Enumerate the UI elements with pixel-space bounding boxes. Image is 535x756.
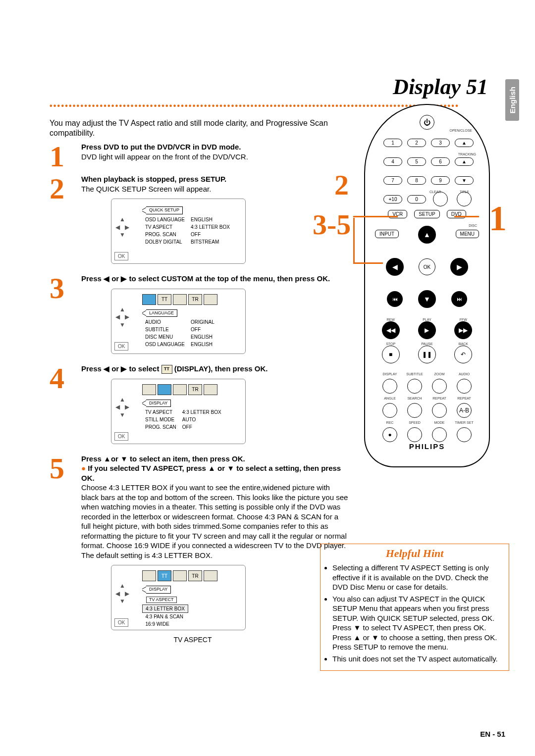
step-number: 3 (50, 276, 74, 301)
step-number: 5 (50, 456, 74, 481)
remote-btn-0[interactable]: 0 (407, 195, 426, 203)
remote-btn-setup[interactable]: SETUP (414, 210, 439, 218)
remote-btn-ab[interactable]: A-B (457, 403, 472, 418)
remote-control: ⏻ OPEN/CLOSE 1 2 3 ▲ 4 5 6 ▲ 7 8 9 ▼ +10… (364, 104, 490, 467)
page-footer: EN - 51 (480, 730, 505, 738)
step-2-body: The QUICK SETUP Screen will appear. (81, 185, 211, 193)
remote-btn-input[interactable]: INPUT (375, 230, 399, 238)
remote-btn-5[interactable]: 5 (407, 157, 426, 166)
remote-btn-3[interactable]: 3 (431, 139, 450, 147)
remote-btn-subtitle[interactable] (407, 379, 422, 394)
osd-ok-label: OK (114, 252, 128, 260)
osd-tv-aspect: ▲◀ ▶▼ OK TT TR DISPLAY TV ASPECT 4:3 LET… (111, 565, 246, 630)
hint-item: Selecting a different TV ASPECT Setting … (332, 563, 504, 592)
osd-caption: TV ASPECT (111, 635, 274, 644)
remote-btn-rec[interactable]: ● (382, 427, 397, 442)
osd-display: ▲◀ ▶▼ OK TR DISPLAY TV ASPECT4:3 LETTER … (111, 379, 246, 444)
page-title: Display 51 (50, 74, 488, 100)
remote-btn-display[interactable] (382, 379, 397, 394)
hint-item: You also can adjust TV ASPECT in the QUI… (332, 594, 504, 652)
remote-btn-track-up[interactable]: ▲ (455, 157, 474, 166)
remote-dpad: INPUT MENU DISC ▲ ◀ ▶ ▼ OK ⏮ ⏭ (385, 225, 469, 309)
step-5-default: The default setting is 4:3 LETTER BOX. (81, 551, 213, 559)
step-5-head: Press ▲or ▼ to select an item, then pres… (81, 454, 245, 463)
step-number: 1 (50, 144, 74, 169)
remote-btn-speed[interactable] (407, 427, 422, 442)
intro-text: You may adjust the TV Aspect ratio and s… (50, 118, 357, 138)
step-5-body: Choose 4:3 LETTER BOX if you want to see… (81, 483, 348, 550)
remote-btn-title[interactable] (457, 192, 472, 206)
osd-language: ▲◀ ▶▼ OK TT TR LANGUAGE AUDIOORIGINAL SU… (111, 289, 246, 354)
osd-nav-icon: ▲◀ ▶▼ (115, 216, 129, 239)
remote-btn-pause[interactable]: ❚❚ (418, 346, 436, 363)
step-number: 2 (50, 176, 74, 202)
remote-btn-1[interactable]: 1 (383, 139, 402, 147)
remote-btn-7[interactable]: 7 (383, 176, 402, 185)
power-icon[interactable]: ⏻ (420, 115, 434, 130)
brand-label: PHILIPS (365, 442, 489, 451)
remote-skip-back-icon[interactable]: ⏮ (387, 291, 403, 307)
remote-btn-6[interactable]: 6 (431, 157, 450, 166)
remote-btn-mode[interactable] (432, 427, 447, 442)
remote-skip-fwd-icon[interactable]: ⏭ (451, 291, 467, 307)
remote-btn-4[interactable]: 4 (383, 157, 402, 166)
remote-btn-menu[interactable]: MENU (456, 230, 479, 238)
remote-btn-search[interactable] (407, 403, 422, 418)
language-tab: English (505, 79, 519, 121)
step-3-head: Press ◀ or ▶ to select CUSTOM at the top… (81, 274, 330, 283)
remote-btn-rew[interactable]: ◀◀ (382, 321, 400, 339)
callout-1: 1 (489, 198, 507, 239)
remote-up-arrow[interactable]: ▲ (417, 225, 437, 245)
step-number: 4 (50, 366, 74, 391)
remote-right-arrow[interactable]: ▶ (449, 257, 469, 277)
remote-btn-back[interactable]: ↶ (454, 346, 472, 363)
remote-btn-eject[interactable]: ▲ (455, 139, 474, 147)
step-4-head: Press ◀ or ▶ to select TT (DISPLAY), the… (81, 364, 268, 373)
remote-btn-2[interactable]: 2 (407, 139, 426, 147)
callout-2: 2 (334, 168, 349, 202)
remote-btn-plus10[interactable]: +10 (383, 195, 402, 203)
remote-btn-audio[interactable] (457, 379, 472, 394)
remote-down-arrow[interactable]: ▼ (417, 289, 437, 309)
remote-btn-track-down[interactable]: ▼ (455, 176, 474, 185)
hint-item: This unit does not set the TV aspect aut… (332, 654, 504, 664)
remote-btn-timer[interactable] (457, 427, 472, 442)
step-2-head: When playback is stopped, press SETUP. (81, 175, 226, 183)
remote-btn-clear[interactable] (433, 192, 448, 206)
remote-btn-play[interactable]: ▶ (418, 321, 436, 339)
helpful-hint-box: Helpful Hint Selecting a different TV AS… (320, 544, 509, 671)
osd-quick-table: OSD LANGUAGEENGLISH TV ASPECT4:3 LETTER … (142, 216, 233, 246)
remote-btn-8[interactable]: 8 (407, 176, 426, 185)
remote-btn-repeat[interactable] (432, 403, 447, 418)
remote-left-arrow[interactable]: ◀ (385, 257, 405, 277)
remote-btn-9[interactable]: 9 (431, 176, 450, 185)
osd-quick-setup: ▲◀ ▶▼ OK QUICK SETUP OSD LANGUAGEENGLISH… (111, 199, 246, 264)
remote-btn-ok[interactable]: OK (419, 258, 435, 275)
osd-tab (142, 294, 156, 305)
remote-btn-zoom[interactable] (432, 379, 447, 394)
remote-btn-ffw[interactable]: ▶▶ (454, 321, 472, 339)
step-1-body: DVD light will appear on the front of th… (81, 152, 248, 161)
osd-crumb: QUICK SETUP (146, 206, 183, 214)
remote-btn-stop[interactable]: ■ (382, 346, 400, 363)
callout-3-5: 3-5 (313, 208, 351, 241)
remote-btn-angle[interactable] (382, 403, 397, 418)
hint-title: Helpful Hint (325, 547, 504, 560)
step-1-head: Press DVD to put the DVD/VCR in DVD mode… (81, 143, 241, 151)
